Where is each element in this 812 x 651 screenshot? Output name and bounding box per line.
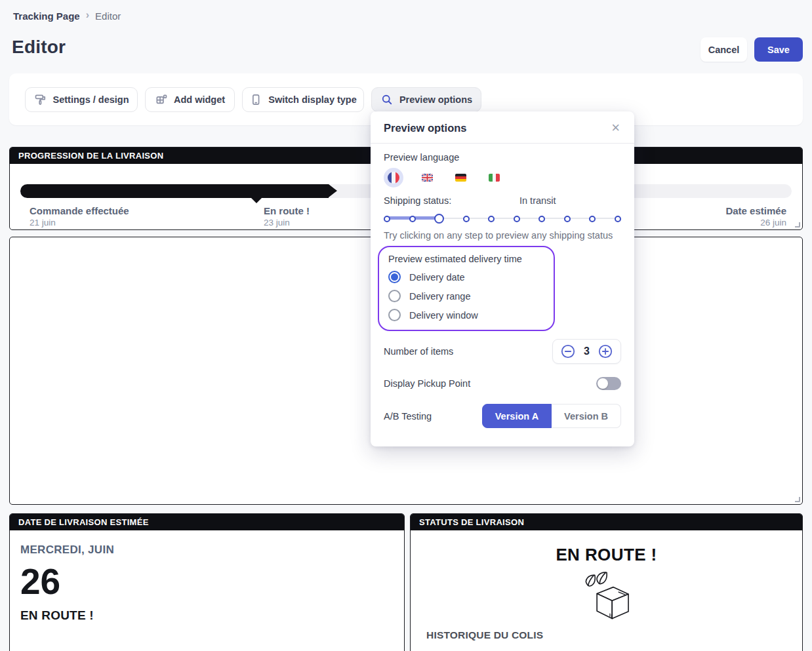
version-a-button[interactable]: Version A <box>482 404 552 428</box>
shipping-step-dot-8[interactable] <box>564 216 571 222</box>
delivery-range-option[interactable]: Delivery range <box>388 290 544 302</box>
cancel-button[interactable]: Cancel <box>700 37 747 62</box>
delivery-time-highlight-box: Preview estimated delivery time Delivery… <box>378 246 555 331</box>
preview-options-popover: Preview options × Preview language <box>371 111 634 446</box>
shipping-step-dot-7[interactable] <box>538 216 545 222</box>
radio-selected-icon[interactable] <box>388 271 401 283</box>
ab-testing-label: A/B Testing <box>384 411 432 422</box>
header-actions: Cancel Save <box>700 37 803 62</box>
milestone-in-transit: En route ! 23 juin <box>264 205 310 227</box>
add-widget-label: Add widget <box>174 94 225 105</box>
shipping-step-dot-3-active[interactable] <box>434 214 444 224</box>
close-icon[interactable]: × <box>610 121 621 135</box>
page-title: Editor <box>12 37 66 58</box>
items-stepper: 3 <box>552 339 621 364</box>
milestone-estimated-date: Date estimée 26 juin <box>725 205 786 227</box>
settings-design-button[interactable]: Settings / design <box>25 87 138 112</box>
shipping-status-slider[interactable] <box>384 214 621 224</box>
progress-marker-notch <box>251 198 262 203</box>
delivery-status-widget[interactable]: STATUTS DE LIVRAISON EN ROUTE ! HISTORIQ… <box>410 513 803 651</box>
shipping-step-dot-2[interactable] <box>409 216 416 222</box>
items-count-value: 3 <box>584 345 590 357</box>
switch-display-type-button[interactable]: Switch display type <box>242 87 364 112</box>
estimated-date-widget-header: DATE DE LIVRAISON ESTIMÉE <box>10 514 404 530</box>
shipping-tip: Try clicking on any step to preview any … <box>384 230 621 241</box>
shipping-status-label: Shipping status: <box>384 195 451 206</box>
italian-flag-icon[interactable] <box>484 168 504 187</box>
language-flags <box>384 168 621 187</box>
milestone-date: 26 juin <box>725 218 786 227</box>
resize-handle-icon[interactable] <box>795 497 800 502</box>
breadcrumb-tracking-page[interactable]: Tracking Page <box>13 10 80 22</box>
radio-unselected-icon[interactable] <box>388 290 401 302</box>
widget-grid-icon <box>155 93 168 106</box>
estimated-date-widget[interactable]: DATE DE LIVRAISON ESTIMÉE MERCREDI, JUIN… <box>9 513 405 651</box>
estimated-status: EN ROUTE ! <box>20 608 394 623</box>
german-flag-icon[interactable] <box>451 168 470 187</box>
shipping-step-dot-1[interactable] <box>384 216 390 222</box>
shipping-step-dot-6[interactable] <box>514 216 520 222</box>
pickup-point-toggle[interactable] <box>596 377 621 390</box>
tracking-page-editor: Tracking Page › Editor Editor Cancel Sav… <box>0 0 812 651</box>
number-of-items-label: Number of items <box>384 346 453 357</box>
estimated-day: 26 <box>20 562 394 602</box>
preview-options-button[interactable]: Preview options <box>371 87 481 112</box>
chevron-right-icon: › <box>86 9 89 21</box>
delivery-status-widget-header: STATUTS DE LIVRAISON <box>411 514 802 530</box>
delivery-range-label: Delivery range <box>409 291 471 302</box>
estimated-weekday: MERCREDI, JUIN <box>20 543 394 557</box>
preview-options-label: Preview options <box>399 94 472 105</box>
delivery-time-label: Preview estimated delivery time <box>388 254 544 264</box>
winged-package-icon <box>579 570 634 623</box>
toggle-knob <box>598 378 608 389</box>
milestone-order-placed: Commande effectuée 21 juin <box>30 205 129 227</box>
ab-testing-segmented-control: Version A Version B <box>482 404 621 428</box>
milestone-label: En route ! <box>264 205 310 216</box>
progress-arrow-tip <box>329 184 337 197</box>
delivery-date-option[interactable]: Delivery date <box>388 271 544 283</box>
settings-design-label: Settings / design <box>53 94 129 105</box>
delivery-date-label: Delivery date <box>409 272 465 283</box>
preview-language-label: Preview language <box>384 152 621 163</box>
display-pickup-point-label: Display Pickup Point <box>384 378 470 389</box>
mobile-device-icon <box>249 93 262 106</box>
shipping-step-dot-4[interactable] <box>463 216 470 222</box>
breadcrumb-editor: Editor <box>95 10 121 22</box>
shipping-step-dot-5[interactable] <box>488 216 495 222</box>
french-flag-icon[interactable] <box>384 168 403 187</box>
resize-handle-icon[interactable] <box>795 222 800 227</box>
progress-bar-fill <box>20 184 329 198</box>
delivery-window-option[interactable]: Delivery window <box>388 309 544 321</box>
milestone-label: Commande effectuée <box>30 205 129 216</box>
plus-circle-icon[interactable] <box>598 344 613 359</box>
milestone-label: Date estimée <box>725 205 786 216</box>
switch-display-type-label: Switch display type <box>268 94 357 105</box>
save-button[interactable]: Save <box>754 37 803 62</box>
shipping-step-dot-10[interactable] <box>615 216 621 222</box>
minus-circle-icon[interactable] <box>561 344 575 359</box>
add-widget-button[interactable]: Add widget <box>145 87 235 112</box>
shipping-status-value: In transit <box>519 195 556 206</box>
package-history-title: HISTORIQUE DU COLIS <box>426 629 543 641</box>
shipping-step-dot-9[interactable] <box>589 216 596 222</box>
version-b-button[interactable]: Version B <box>552 404 621 428</box>
delivery-status-title: EN ROUTE ! <box>556 545 657 565</box>
breadcrumb: Tracking Page › Editor <box>13 10 121 22</box>
milestone-date: 23 juin <box>264 218 310 227</box>
search-icon <box>380 93 394 106</box>
popover-title: Preview options <box>384 122 467 134</box>
paint-roller-icon <box>34 93 47 106</box>
delivery-window-label: Delivery window <box>409 310 478 321</box>
uk-flag-icon[interactable] <box>417 168 437 187</box>
milestone-date: 21 juin <box>30 218 129 227</box>
radio-unselected-icon[interactable] <box>388 309 401 321</box>
